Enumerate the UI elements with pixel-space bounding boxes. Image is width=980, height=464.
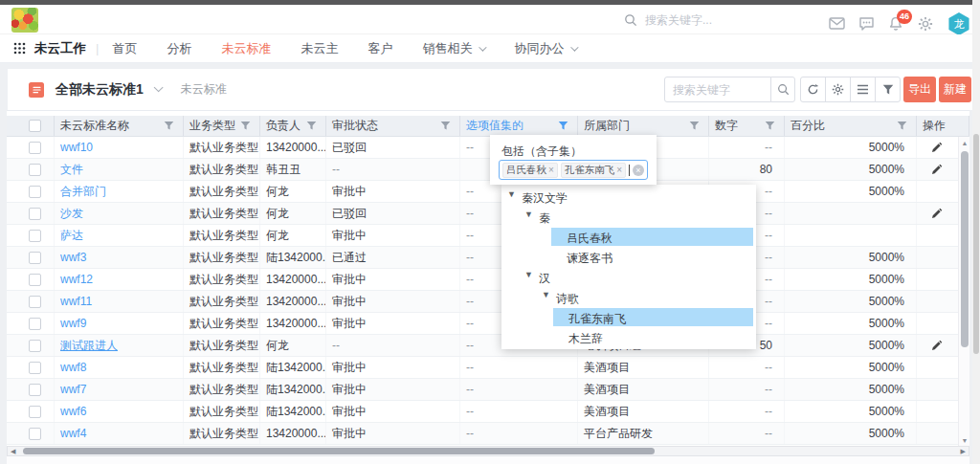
record-link[interactable]: wwf9 bbox=[60, 317, 86, 330]
record-link[interactable]: 沙发 bbox=[60, 206, 83, 222]
tree-node-汉[interactable]: ▼汉 bbox=[501, 267, 756, 287]
tree-node-秦汉文学[interactable]: ▼秦汉文学 bbox=[501, 187, 756, 207]
gear-icon[interactable] bbox=[918, 16, 934, 32]
row-checkbox[interactable] bbox=[29, 406, 41, 418]
tag-remove-icon[interactable]: × bbox=[548, 165, 554, 175]
vertical-scroll-thumb[interactable] bbox=[961, 151, 969, 347]
filter-tag-input[interactable]: 吕氏春秋×孔雀东南飞×× bbox=[499, 160, 648, 180]
filter-funnel-icon[interactable] bbox=[689, 121, 700, 131]
list-display-button[interactable] bbox=[850, 77, 876, 102]
filter-funnel-icon[interactable] bbox=[897, 121, 907, 131]
row-checkbox[interactable] bbox=[29, 230, 41, 242]
chat-icon[interactable] bbox=[858, 16, 875, 32]
bell-icon[interactable]: 46 bbox=[888, 16, 904, 32]
global-search[interactable]: 搜索关键字... bbox=[624, 11, 712, 30]
select-all-checkbox[interactable] bbox=[29, 120, 41, 132]
record-link[interactable]: wwf8 bbox=[60, 361, 86, 374]
horizontal-scrollbar[interactable]: ◀ ▶ bbox=[7, 446, 969, 456]
settings-button[interactable] bbox=[825, 77, 851, 102]
record-link[interactable]: wwf11 bbox=[60, 295, 92, 308]
record-link[interactable]: 文件 bbox=[60, 162, 83, 178]
filter-funnel-icon[interactable] bbox=[164, 121, 174, 131]
app-logo[interactable] bbox=[11, 8, 38, 33]
column-header-业务类型[interactable]: 业务类型 bbox=[184, 116, 260, 136]
row-checkbox[interactable] bbox=[29, 186, 41, 198]
tree-node-诗歌[interactable]: ▼诗歌 bbox=[501, 287, 756, 307]
tree-expand-arrow[interactable]: ▼ bbox=[507, 189, 516, 199]
filter-funnel-icon[interactable] bbox=[306, 121, 317, 131]
tree-expand-arrow[interactable]: ▼ bbox=[524, 270, 533, 279]
row-checkbox[interactable] bbox=[29, 340, 41, 352]
nav-item-分析[interactable]: 分析 bbox=[167, 40, 191, 57]
row-checkbox[interactable] bbox=[29, 428, 41, 440]
nav-item-客户[interactable]: 客户 bbox=[368, 40, 392, 57]
filter-funnel-icon[interactable] bbox=[558, 121, 568, 131]
table-vertical-scrollbar[interactable]: ▲ ▼ bbox=[958, 137, 969, 447]
tree-node-孔雀东南飞[interactable]: 孔雀东南飞 bbox=[501, 307, 756, 327]
refresh-button[interactable] bbox=[800, 77, 826, 102]
user-avatar[interactable]: 龙 bbox=[947, 12, 970, 35]
record-link[interactable]: 合并部门 bbox=[60, 184, 106, 200]
edit-pencil-icon[interactable] bbox=[930, 208, 943, 220]
export-button[interactable]: 导出 bbox=[903, 77, 936, 102]
row-checkbox[interactable] bbox=[29, 274, 41, 286]
row-checkbox[interactable] bbox=[29, 252, 41, 264]
nav-item-未云主[interactable]: 未云主 bbox=[301, 40, 338, 57]
mail-icon[interactable] bbox=[829, 16, 845, 32]
nav-item-销售相关[interactable]: 销售相关 bbox=[422, 40, 484, 57]
filter-funnel-icon[interactable] bbox=[240, 121, 251, 131]
page-scrollbar[interactable] bbox=[972, 0, 980, 464]
list-search-input[interactable] bbox=[664, 77, 771, 102]
tree-node-吕氏春秋[interactable]: 吕氏春秋 bbox=[501, 227, 756, 247]
tree-expand-arrow[interactable]: ▼ bbox=[542, 290, 550, 299]
record-link[interactable]: 测试跟进人 bbox=[60, 338, 118, 354]
app-grid-icon[interactable] bbox=[13, 42, 26, 55]
filter-button[interactable] bbox=[875, 77, 901, 102]
scroll-up-arrow[interactable]: ▲ bbox=[959, 140, 970, 146]
row-checkbox[interactable] bbox=[29, 384, 41, 396]
tree-expand-arrow[interactable]: ▼ bbox=[524, 210, 533, 219]
nav-item-协同办公[interactable]: 协同办公 bbox=[514, 40, 576, 57]
edit-pencil-icon[interactable] bbox=[930, 164, 943, 176]
record-link[interactable]: wwf6 bbox=[60, 405, 86, 418]
column-header-数字[interactable]: 数字 bbox=[709, 116, 785, 136]
column-header-操作[interactable]: 操作 bbox=[917, 116, 969, 136]
tree-node-秦[interactable]: ▼秦 bbox=[501, 207, 756, 227]
column-header-审批状态[interactable]: 审批状态 bbox=[326, 116, 460, 136]
filter-funnel-icon[interactable] bbox=[440, 121, 451, 131]
row-checkbox[interactable] bbox=[29, 296, 41, 308]
scroll-right-arrow[interactable]: ▶ bbox=[961, 447, 966, 455]
view-selector[interactable]: 全部未云标准1 未云标准 bbox=[29, 69, 227, 110]
filter-funnel-icon[interactable] bbox=[765, 121, 775, 131]
scroll-left-arrow[interactable]: ◀ bbox=[11, 447, 15, 455]
row-checkbox[interactable] bbox=[29, 318, 41, 330]
record-link[interactable]: 萨达 bbox=[60, 228, 83, 244]
tag-remove-icon[interactable]: × bbox=[616, 165, 622, 175]
edit-pencil-icon[interactable] bbox=[930, 340, 943, 352]
row-checkbox[interactable] bbox=[29, 142, 41, 154]
record-link[interactable]: wwf12 bbox=[60, 273, 93, 286]
column-header-未云标准名称[interactable]: 未云标准名称 bbox=[55, 116, 184, 136]
create-button[interactable]: 新建 bbox=[939, 77, 971, 102]
tree-node-谏逐客书[interactable]: 谏逐客书 bbox=[501, 247, 756, 267]
list-search-button[interactable] bbox=[770, 77, 795, 102]
column-header-百分比[interactable]: 百分比 bbox=[785, 116, 917, 136]
row-checkbox[interactable] bbox=[29, 362, 41, 374]
horizontal-scroll-thumb[interactable] bbox=[23, 448, 655, 454]
record-link[interactable]: wwf7 bbox=[60, 383, 86, 396]
row-checkbox[interactable] bbox=[29, 208, 41, 220]
nav-item-未云标准[interactable]: 未云标准 bbox=[221, 40, 271, 57]
column-header-选项值集的[interactable]: 选项值集的 bbox=[460, 116, 578, 136]
row-checkbox[interactable] bbox=[29, 164, 41, 176]
clear-input-icon[interactable]: × bbox=[633, 165, 644, 176]
column-header-负责人[interactable]: 负责人 bbox=[260, 116, 326, 136]
app-title[interactable]: 未云工作 bbox=[34, 40, 86, 57]
nav-item-首页[interactable]: 首页 bbox=[112, 40, 137, 57]
record-link[interactable]: wwf4 bbox=[60, 427, 86, 440]
record-link[interactable]: wwf3 bbox=[60, 251, 86, 264]
column-header-所属部门[interactable]: 所属部门 bbox=[578, 116, 709, 136]
page-scroll-thumb[interactable] bbox=[973, 134, 979, 354]
edit-pencil-icon[interactable] bbox=[930, 142, 943, 154]
scroll-down-arrow[interactable]: ▼ bbox=[959, 437, 970, 444]
tree-node-木兰辞[interactable]: 木兰辞 bbox=[501, 327, 756, 347]
